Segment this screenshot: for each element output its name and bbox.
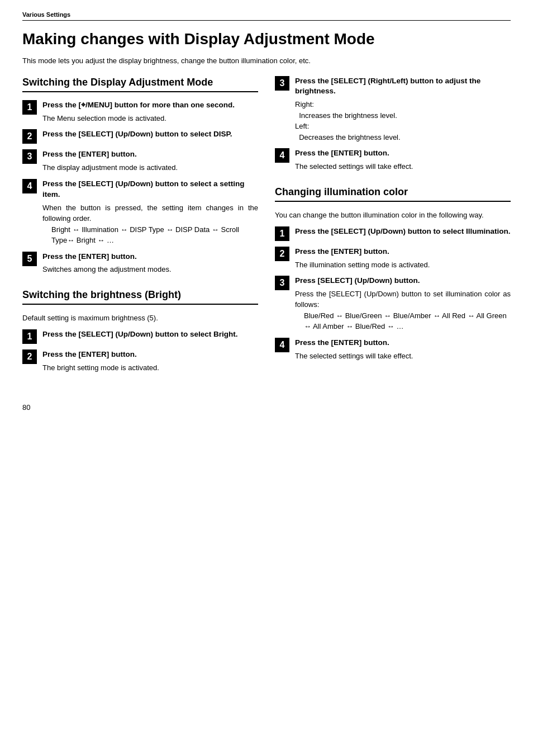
right-desc: Increases the brightness level.: [299, 111, 397, 120]
step-num-r2-1: 1: [275, 226, 289, 241]
step-indent-l1-4: Bright ↔ Illumination ↔ DISP Type ↔ DISP…: [51, 224, 258, 246]
step-body-l1-1: The Menu selection mode is activated.: [42, 113, 258, 124]
step-title-r2-1: Press the [SELECT] (Up/Down) button to s…: [295, 226, 511, 237]
section-switching-mode: Switching the Display Adjustment Mode 1 …: [22, 76, 258, 275]
step-content-l1-4: Press the [SELECT] (Up/Down) button to s…: [42, 179, 258, 246]
step-num-r2-3: 3: [275, 276, 289, 290]
step-r2-3: 3 Press [SELECT] (Up/Down) button. Press…: [275, 276, 511, 332]
step-title-r1-4: Press the [ENTER] button.: [295, 148, 511, 159]
section2-left-heading: Switching the brightness (Bright): [22, 289, 258, 305]
step-r2-2: 2 Press the [ENTER] button. The illumina…: [275, 247, 511, 270]
step-l2-2: 2 Press the [ENTER] button. The bright s…: [22, 349, 258, 373]
section-brightness: Switching the brightness (Bright) Defaul…: [22, 289, 258, 373]
intro-text: This mode lets you adjust the display br…: [22, 56, 511, 65]
step-title-l1-4: Press the [SELECT] (Up/Down) button to s…: [42, 179, 258, 200]
section2-left-intro: Default setting is maximum brightness (5…: [22, 313, 258, 324]
step-content-r2-1: Press the [SELECT] (Up/Down) button to s…: [295, 226, 511, 237]
step-content-l1-1: Press the [⌖/MENU] button for more than …: [42, 100, 258, 124]
step-body-r1-3: Right: Increases the brightness level. L…: [295, 99, 511, 143]
step-title-l1-5: Press the [ENTER] button.: [42, 252, 258, 262]
step-content-r1-4: Press the [ENTER] button. The selected s…: [295, 148, 511, 172]
step-body-r2-3: Press the [SELECT] (Up/Down) button to s…: [295, 289, 511, 310]
step-title-r1-3: Press the [SELECT] (Right/Left) button t…: [295, 76, 511, 97]
step-num-l1-4: 4: [22, 179, 37, 193]
step-content-r1-3: Press the [SELECT] (Right/Left) button t…: [295, 76, 511, 143]
step-num-l2-1: 1: [22, 329, 37, 344]
step-content-r2-2: Press the [ENTER] button. The illuminati…: [295, 247, 511, 270]
right-column: 3 Press the [SELECT] (Right/Left) button…: [275, 76, 511, 387]
step-title-l1-1: Press the [⌖/MENU] button for more than …: [42, 100, 258, 111]
step-num-r1-4: 4: [275, 148, 289, 163]
section2-right-heading: Changing illumination color: [275, 186, 511, 202]
step-num-r2-2: 2: [275, 247, 289, 261]
section-illumination: Changing illumination color You can chan…: [275, 186, 511, 362]
step-r1-4: 4 Press the [ENTER] button. The selected…: [275, 148, 511, 172]
step-num-l1-3: 3: [22, 149, 37, 164]
step-l1-5: 5 Press the [ENTER] button. Switches amo…: [22, 252, 258, 275]
step-content-r2-4: Press the [ENTER] button. The selected s…: [295, 338, 511, 361]
step-title-l2-1: Press the [SELECT] (Up/Down) button to s…: [42, 329, 258, 340]
left-column: Switching the Display Adjustment Mode 1 …: [22, 76, 258, 387]
step-l1-1: 1 Press the [⌖/MENU] button for more tha…: [22, 100, 258, 124]
step-num-r1-3: 3: [275, 76, 289, 91]
left-label: Left:: [295, 122, 309, 130]
step-l1-3: 3 Press the [ENTER] button. The display …: [22, 149, 258, 173]
step-body-l1-3: The display adjustment mode is activated…: [42, 162, 258, 173]
step-content-r2-3: Press [SELECT] (Up/Down) button. Press t…: [295, 276, 511, 332]
step-title-r2-2: Press the [ENTER] button.: [295, 247, 511, 257]
step-r2-1: 1 Press the [SELECT] (Up/Down) button to…: [275, 226, 511, 241]
left-desc: Decreases the brightness level.: [299, 133, 400, 141]
top-bar: Various Settings: [22, 11, 511, 21]
step-num-l1-2: 2: [22, 129, 37, 144]
step-title-l2-2: Press the [ENTER] button.: [42, 349, 258, 360]
step-body-l2-2: The bright setting mode is activated.: [42, 362, 258, 374]
step-body-l1-5: Switches among the adjustment modes.: [42, 264, 258, 275]
step-body-l1-4: When the button is pressed, the setting …: [42, 202, 258, 224]
page-title: Making changes with Display Adjustment M…: [22, 30, 511, 49]
step-num-l2-2: 2: [22, 349, 37, 364]
step-l1-2: 2 Press the [SELECT] (Up/Down) button to…: [22, 129, 258, 144]
page-number: 80: [22, 403, 511, 412]
top-bar-label: Various Settings: [22, 11, 70, 18]
step-num-l1-1: 1: [22, 100, 37, 115]
step-r1-3: 3 Press the [SELECT] (Right/Left) button…: [275, 76, 511, 143]
step-content-l1-2: Press the [SELECT] (Up/Down) button to s…: [42, 129, 258, 140]
step-content-l2-2: Press the [ENTER] button. The bright set…: [42, 349, 258, 373]
step-num-r2-4: 4: [275, 338, 289, 352]
step-r2-4: 4 Press the [ENTER] button. The selected…: [275, 338, 511, 361]
step-body-r2-2: The illumination setting mode is activat…: [295, 259, 511, 271]
right-label: Right:: [295, 100, 314, 108]
step-title-r2-4: Press the [ENTER] button.: [295, 338, 511, 348]
section1-heading: Switching the Display Adjustment Mode: [22, 76, 258, 92]
step-body-r2-4: The selected settings will take effect.: [295, 351, 511, 362]
section2-right-intro: You can change the button illumination c…: [275, 210, 511, 221]
step-l2-1: 1 Press the [SELECT] (Up/Down) button to…: [22, 329, 258, 344]
step-l1-4: 4 Press the [SELECT] (Up/Down) button to…: [22, 179, 258, 246]
step-title-r2-3: Press [SELECT] (Up/Down) button.: [295, 276, 511, 286]
step-indent-r2-3: Blue/Red ↔ Blue/Green ↔ Blue/Amber ↔ All…: [304, 310, 511, 332]
step-body-r1-4: The selected settings will take effect.: [295, 161, 511, 172]
section-brightness-right: 3 Press the [SELECT] (Right/Left) button…: [275, 76, 511, 172]
step-title-l1-2: Press the [SELECT] (Up/Down) button to s…: [42, 129, 258, 140]
step-title-l1-3: Press the [ENTER] button.: [42, 149, 258, 160]
step-content-l2-1: Press the [SELECT] (Up/Down) button to s…: [42, 329, 258, 340]
step-content-l1-5: Press the [ENTER] button. Switches among…: [42, 252, 258, 275]
step-content-l1-3: Press the [ENTER] button. The display ad…: [42, 149, 258, 173]
step-num-l1-5: 5: [22, 252, 37, 266]
